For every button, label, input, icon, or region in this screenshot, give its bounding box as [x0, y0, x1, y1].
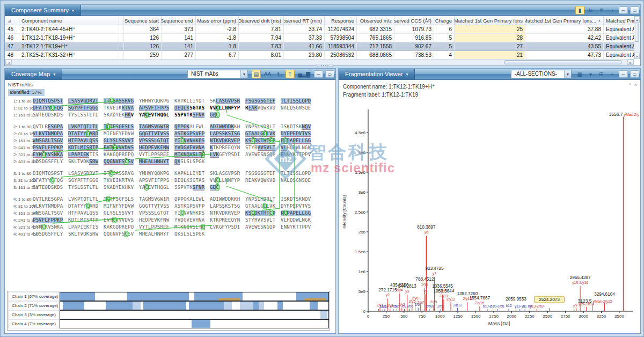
- sequence-group[interactable]: HEDPEVKFNW: [139, 217, 172, 224]
- maximize-button[interactable]: ▭: [630, 70, 639, 78]
- sequence-group[interactable]: VLKVTNMDPA: [33, 130, 66, 137]
- sequence-group[interactable]: YICNVNHKPS: [174, 137, 208, 144]
- amino-acid-icon[interactable]: AA: [262, 70, 273, 78]
- sequence-group[interactable]: LDSDGSFFLY: [33, 158, 66, 165]
- sequence-group[interactable]: PCPAPELLGG: [281, 137, 314, 144]
- column-header[interactable]: Matched 1st Gen Primary Ions: [455, 16, 525, 25]
- sequence-group[interactable]: QQGNVFSCSV: [104, 231, 137, 238]
- column-header[interactable]: [119, 16, 124, 25]
- sequence-group[interactable]: ADIWWDDKKH: [210, 196, 243, 203]
- splitter-handle[interactable]: [316, 64, 333, 67]
- sequence-group[interactable]: TYSLSSTLTL: [68, 184, 101, 191]
- sequence-group[interactable]: EVTCVVVDVS: [104, 217, 137, 224]
- chain-coverage-track[interactable]: [60, 292, 329, 301]
- sequence-group[interactable]: LVKGFYPSDI: [210, 224, 243, 231]
- sequence-group[interactable]: QVTLRESGPA: [33, 196, 66, 203]
- sequence-group[interactable]: GEC: [210, 112, 243, 119]
- sections-select[interactable]: -ALL-SECTIONS- ▼: [511, 70, 572, 78]
- sequence-group[interactable]: AVEWESNGQP: [245, 151, 279, 158]
- sequence-group[interactable]: AVEWESNGQP: [245, 224, 279, 231]
- sequence-group[interactable]: TYSLSSTLTL: [68, 112, 101, 119]
- sequence-group[interactable]: NTKVDKRVEP: [210, 137, 243, 144]
- sequence-group[interactable]: MIFNFYFDVW: [104, 203, 137, 210]
- sequence-group[interactable]: LAPSSKSTSG: [210, 203, 243, 210]
- sequence-group[interactable]: KAKGQPREPQ: [104, 151, 137, 158]
- sequence-group[interactable]: GTAALGCLVK: [245, 203, 279, 210]
- chevron-down-icon[interactable]: ▼: [240, 70, 247, 78]
- sequence-group[interactable]: GTAALGCLVK: [245, 130, 279, 137]
- fragmentation-viewer-menu[interactable]: Fragmentation Viewer ▾: [339, 69, 415, 79]
- sequence-group[interactable]: LVKGFYPSDI: [210, 151, 243, 158]
- scrollbar-thumb[interactable]: [504, 60, 621, 64]
- sequence-group[interactable]: HEDPEVKFNW: [139, 144, 172, 151]
- sequence-view-icon[interactable]: ▤: [252, 70, 261, 78]
- sequence-group[interactable]: DIQMTQSPST: [33, 170, 66, 177]
- sequence-group[interactable]: HTFPAVLQSS: [68, 137, 101, 144]
- sequence-group[interactable]: FSGSGSGTEF: [245, 170, 279, 177]
- sequence-group[interactable]: GQGTTVTVSS: [139, 203, 172, 210]
- sequence-group[interactable]: YNPSLKDRLT: [245, 123, 279, 130]
- column-header[interactable]: Charge: [434, 16, 455, 25]
- sequence-group[interactable]: TCTFSGFSLS: [104, 196, 137, 203]
- sequence-group[interactable]: VPSSSLGTQT: [139, 210, 172, 217]
- sequence-group[interactable]: LDSDGSFFLY: [33, 231, 66, 238]
- sequence-group[interactable]: FSGSGSGTEF: [245, 98, 279, 105]
- column-header[interactable]: % Matched 1st Gen Primary Ions...▲: [525, 16, 604, 25]
- column-header[interactable]: Observed m/z: [357, 16, 394, 25]
- sequence-group[interactable]: EYKCKVSNKA: [33, 224, 66, 231]
- sequence-group[interactable]: NALQSGNSQE: [281, 177, 314, 184]
- table-row[interactable]: 452:TK40-2:TK44-45+H⁺364373-2.87.8133.74…: [5, 25, 634, 34]
- sequence-group[interactable]: KSCDKTHTCP: [245, 137, 279, 144]
- sequence-group[interactable]: VVCLLNNFYP: [210, 177, 243, 184]
- sequence-group[interactable]: APSVFIFPPS: [139, 105, 172, 112]
- sequence-group[interactable]: SSPVTKSFNR: [174, 112, 208, 119]
- sequence-group[interactable]: SGYPFTFGGG: [68, 177, 101, 184]
- sequence-group[interactable]: ENNYKTTPPV: [281, 151, 314, 158]
- scroll-up-icon[interactable]: ▴: [634, 16, 640, 23]
- column-header[interactable]: Observed CCS (Å²): [394, 16, 434, 25]
- component-summary-menu[interactable]: Component Summary ▾: [5, 5, 81, 16]
- sequence-group[interactable]: SKLASGVPSR: [210, 170, 243, 177]
- sequence-group[interactable]: LVKPTQTLTL: [68, 196, 101, 203]
- close-icon[interactable]: ×: [634, 82, 637, 87]
- sequence-group[interactable]: WNSGALTSGV: [33, 137, 66, 144]
- chevron-down-icon[interactable]: ▼: [564, 70, 571, 78]
- sequence-group[interactable]: VYTLPPSREE: [139, 151, 172, 158]
- sequence-group[interactable]: NTKVDKRVEP: [210, 210, 243, 217]
- sequence-group[interactable]: TLTISSLQPD: [281, 98, 314, 105]
- sequence-group[interactable]: DFATYYCFQG: [33, 177, 66, 184]
- minimize-button[interactable]: ─: [619, 6, 628, 14]
- sequence-group[interactable]: YMHWYQQKPG: [139, 98, 172, 105]
- chain-coverage-track[interactable]: [60, 301, 329, 310]
- table-row[interactable]: 461:TK12-1:TK18-19+H⁺126141-1.87.9437.33…: [5, 34, 634, 42]
- sequence-group[interactable]: YICNVNHKPS: [174, 210, 208, 217]
- sequence-group[interactable]: KAPKLLIYDT: [174, 170, 208, 177]
- table-vscrollbar[interactable]: ▴ ▾: [634, 16, 640, 59]
- sequence-group[interactable]: LVKPTQTLTL: [68, 123, 101, 130]
- sequence-group[interactable]: YACEVTHQGL: [139, 112, 172, 119]
- sequence-group[interactable]: DFATYYCFQG: [33, 105, 66, 112]
- sequence-group[interactable]: QPPGKALEWL: [174, 123, 208, 130]
- sequence-group[interactable]: GQGTTVTVSS: [139, 130, 172, 137]
- sequence-group[interactable]: VLHQDWLNGK: [281, 217, 314, 224]
- caret-down-icon[interactable]: ▾: [586, 70, 595, 78]
- clear-labels-icon[interactable]: ↥ₓ: [274, 70, 284, 78]
- sequence-group[interactable]: EYKCKVSNKA: [33, 151, 66, 158]
- sequence-group[interactable]: LPAPIEKTIS: [68, 224, 101, 231]
- sequence-group[interactable]: ISKDTSKNQV: [281, 196, 314, 203]
- sequence-group[interactable]: SKADYEKHKV: [104, 112, 137, 119]
- sequence-group[interactable]: QKSLSLSPGK: [174, 231, 208, 238]
- sequence-group[interactable]: ENNYKTTPPV: [281, 224, 314, 231]
- pan-icon[interactable]: +: [608, 70, 617, 78]
- sequence-group[interactable]: VVCLLNNFYP: [210, 105, 243, 112]
- sequence-group[interactable]: REAKVQWKVD: [245, 105, 279, 112]
- protein-select[interactable]: NIST mAbs ▼: [187, 70, 248, 78]
- sequence-group[interactable]: ISKDTSKNQV: [281, 123, 314, 130]
- sequence-group[interactable]: SKLTVDKSRW: [68, 231, 101, 238]
- sequence-group[interactable]: VLKVTNMDPA: [33, 203, 66, 210]
- sequence-group[interactable]: DTATYYCARD: [68, 130, 101, 137]
- sequence-group[interactable]: WNSGALTSGV: [33, 210, 66, 217]
- sequence-group[interactable]: PSVFLFPPKP: [33, 217, 66, 224]
- sequence-group[interactable]: KDTLMISRTP: [68, 144, 101, 151]
- sequence-group[interactable]: APSVFIFPPS: [139, 177, 172, 184]
